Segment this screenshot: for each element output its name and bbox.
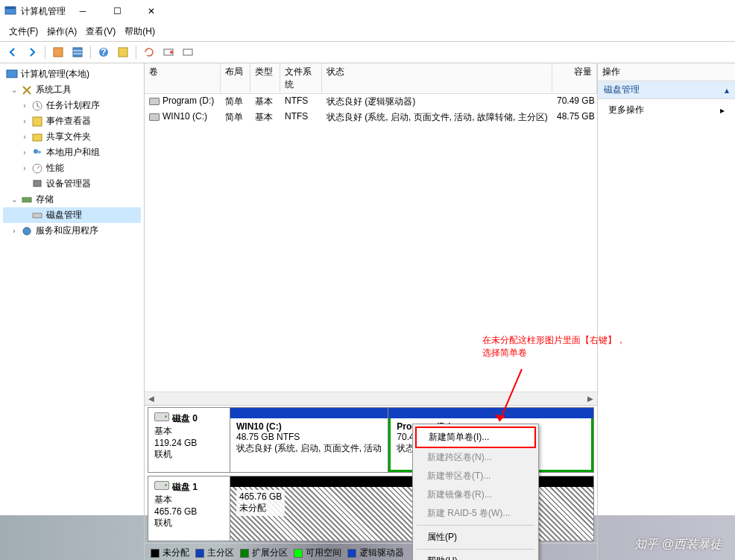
volume-table-header: 卷 布局 类型 文件系统 状态 容量 [145,63,597,94]
svg-text:?: ? [101,47,106,57]
annotation-text: 在未分配这柱形图片里面【右键】， 选择简单卷 [482,334,625,359]
svg-point-22 [23,227,31,235]
menu-action[interactable]: 操作(A) [42,24,81,40]
col-filesystem[interactable]: 文件系统 [280,63,322,93]
tools-icon [21,84,33,96]
actions-panel: 操作 磁盘管理▴ 更多操作▸ [597,63,735,560]
svg-rect-20 [22,198,31,202]
tree-device-manager[interactable]: 设备管理器 [3,176,141,192]
chevron-right-icon: › [21,117,28,125]
volume-icon [149,98,160,105]
volume-icon [149,113,160,121]
folder-icon [31,131,43,143]
list-icon[interactable] [69,44,86,60]
perf-icon [31,163,43,174]
disk-label-1[interactable]: 磁盘 1 基本 465.76 GB 联机 [148,476,230,541]
volume-row[interactable]: Program (D:) 简单 基本 NTFS 状态良好 (逻辑驱动器) 70.… [145,94,597,110]
menu-new-raid5-volume[interactable]: 新建 RAID-5 卷(W)... [415,504,536,523]
tree-task-scheduler[interactable]: ›任务计划程序 [3,98,141,113]
col-layout[interactable]: 布局 [221,63,250,93]
close-button[interactable]: ✕ [134,0,168,22]
tree-system-tools[interactable]: ⌄系统工具 [3,82,141,98]
chevron-down-icon: ⌄ [10,86,18,94]
context-menu: 新建简单卷(I)... 新建跨区卷(N)... 新建带区卷(T)... 新建镜像… [412,424,539,560]
toolbar: ? [0,42,735,63]
tree-event-viewer[interactable]: ›事件查看器 [3,113,141,129]
storage-icon [21,194,33,206]
tree-services[interactable]: ›服务和应用程序 [3,223,141,239]
legend-swatch-free [294,549,303,558]
svg-rect-19 [34,180,41,186]
chevron-right-icon: › [21,101,28,110]
volume-block-c[interactable]: WIN10 (C:) 48.75 GB NTFS 状态良好 (系统, 启动, 页… [230,408,388,472]
menu-bar: 文件(F) 操作(A) 查看(V) 帮助(H) [0,22,735,42]
col-status[interactable]: 状态 [322,63,552,93]
app-icon [4,5,16,17]
back-button[interactable] [4,44,21,60]
detail-icon[interactable] [115,44,131,60]
minimize-button[interactable]: ─ [66,0,100,22]
legend-swatch-ext [240,549,249,558]
chevron-right-icon: › [10,227,18,235]
svg-rect-8 [119,48,127,57]
chevron-right-icon: › [21,133,28,141]
menu-help[interactable]: 帮助(H) [415,552,536,560]
event-icon [31,116,43,128]
tree-root[interactable]: 计算机管理(本地) [3,66,141,82]
menu-new-spanned-volume[interactable]: 新建跨区卷(N)... [415,448,536,467]
help-icon[interactable]: ? [95,44,112,60]
scroll-left-icon[interactable]: ◀ [145,393,158,405]
col-type[interactable]: 类型 [250,63,280,93]
svg-rect-12 [7,70,17,78]
svg-point-10 [170,51,173,54]
actions-header: 操作 [598,63,735,81]
menu-help[interactable]: 帮助(H) [120,24,160,40]
svg-rect-15 [33,134,42,141]
actions-section[interactable]: 磁盘管理▴ [598,81,735,99]
menu-new-mirrored-volume[interactable]: 新建镜像卷(R)... [415,485,536,504]
disk-label-0[interactable]: 磁盘 0 基本 119.24 GB 联机 [148,408,230,472]
svg-point-17 [38,151,41,154]
svg-point-16 [34,149,38,154]
refresh-icon[interactable] [141,44,157,60]
svg-rect-14 [33,117,42,126]
legend-swatch-primary [195,549,204,558]
scroll-right-icon[interactable]: ▶ [584,393,597,405]
menu-view[interactable]: 查看(V) [81,24,120,40]
menu-new-striped-volume[interactable]: 新建带区卷(T)... [415,467,536,485]
disk-icon [154,481,169,490]
menu-properties[interactable]: 属性(P) [415,528,536,547]
menu-file[interactable]: 文件(F) [4,24,42,40]
device-icon [31,178,43,190]
tree-disk-management[interactable]: 磁盘管理 [3,207,141,223]
chevron-right-icon: › [21,148,28,157]
tree-shared-folders[interactable]: ›共享文件夹 [3,129,141,145]
svg-rect-21 [33,213,42,218]
forward-button[interactable] [24,44,40,60]
disk-icon [154,412,169,421]
disk-icon [31,210,43,221]
svg-marker-24 [495,415,505,421]
legend-swatch-unalloc [151,549,160,558]
svg-rect-1 [5,7,16,9]
volume-row[interactable]: WIN10 (C:) 简单 基本 NTFS 状态良好 (系统, 启动, 页面文件… [145,110,597,125]
chevron-down-icon: ⌄ [10,195,18,204]
annotation-arrow-icon [470,365,529,432]
svg-line-23 [499,369,522,421]
more-actions[interactable]: 更多操作▸ [598,99,735,121]
col-capacity[interactable]: 容量 [552,63,597,93]
maximize-button[interactable]: ☐ [100,0,134,22]
menu-separator [417,525,534,526]
computer-icon [6,69,18,81]
action-icon[interactable] [160,44,177,60]
title-bar: 计算机管理 ─ ☐ ✕ [0,0,735,22]
menu-separator [417,549,534,550]
view-icon[interactable] [50,44,66,60]
tree-performance[interactable]: ›性能 [3,160,141,176]
collapse-icon: ▴ [725,85,729,95]
users-icon [31,147,43,159]
tree-storage[interactable]: ⌄存储 [3,192,141,207]
tree-local-users[interactable]: ›本地用户和组 [3,145,141,160]
settings-icon[interactable] [180,44,196,60]
col-volume[interactable]: 卷 [145,63,221,93]
